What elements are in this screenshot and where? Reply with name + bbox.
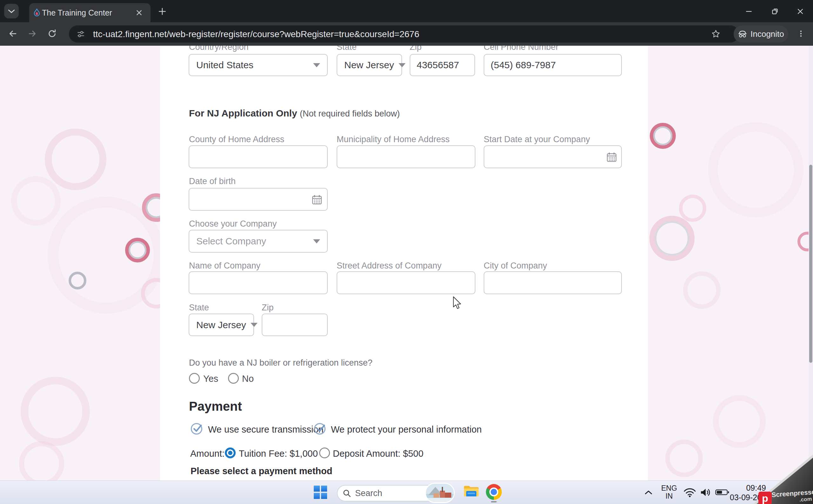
search-placeholder: Search: [355, 488, 382, 498]
chevron-up-icon: [645, 490, 652, 495]
company-street-label: Street Address of Company: [336, 261, 442, 270]
amount-label: Amount:: [190, 448, 224, 459]
screen: Country/Region State Zip Cell Phone Numb…: [0, 0, 813, 504]
tray-chevron-button[interactable]: [645, 481, 652, 504]
chevron-down-icon: [250, 323, 257, 327]
nj-section-subtitle: (Not required fields below): [300, 109, 400, 118]
active-tab[interactable]: The Training Center: [29, 3, 150, 22]
start-date-input[interactable]: [484, 145, 622, 168]
company-street-input[interactable]: [336, 271, 476, 294]
company-name-input[interactable]: [189, 271, 328, 294]
url-text: ttc-uat2.fingent.net/web-register/regist…: [93, 29, 419, 39]
window-close-button[interactable]: [793, 4, 807, 18]
clock-time: 09:49: [708, 483, 766, 493]
company-state-value: New Jersey: [196, 320, 246, 330]
browser-chrome: The Training Center: [0, 0, 813, 46]
municipality-input[interactable]: [336, 145, 476, 168]
new-tab-icon[interactable]: [158, 7, 166, 16]
chevron-down-icon: [313, 63, 320, 67]
chrome-icon: [486, 484, 502, 500]
state-select[interactable]: New Jersey: [336, 54, 402, 76]
screenpresso-text: Screenpresso .com: [771, 488, 812, 504]
scrollbar-track[interactable]: [809, 46, 813, 481]
window-restore-button[interactable]: [768, 4, 782, 18]
country-select[interactable]: United States: [189, 54, 328, 76]
license-question: Do you have a NJ boiler or refrigeration…: [189, 358, 372, 368]
three-dot-menu-icon: [797, 30, 805, 38]
language-line-2: IN: [661, 492, 677, 500]
chevron-down-icon: [8, 9, 15, 13]
select-payment-method-text: Please select a payment method: [190, 466, 332, 476]
incognito-icon: [738, 30, 747, 38]
scrollbar-thumb[interactable]: [809, 165, 812, 363]
secure-text-2: We protect your personal information: [331, 424, 482, 435]
search-icon: [343, 489, 351, 498]
license-no-radio[interactable]: [228, 373, 239, 384]
wifi-icon: [683, 487, 696, 497]
company-select[interactable]: Select Company: [189, 230, 328, 253]
dob-label: Date of birth: [189, 176, 236, 186]
tab-search-button[interactable]: [4, 4, 19, 18]
incognito-badge: Incognito: [734, 25, 788, 43]
deposit-option-label[interactable]: Deposit Amount: $500: [333, 448, 423, 459]
county-label: County of Home Address: [189, 135, 284, 144]
search-highlight-widget[interactable]: [425, 483, 455, 503]
deposit-radio[interactable]: [319, 448, 330, 458]
reload-icon: [47, 29, 57, 38]
license-yes-label[interactable]: Yes: [203, 373, 218, 384]
back-icon: [8, 29, 17, 38]
municipality-label: Municipality of Home Address: [336, 135, 450, 144]
clock-date: 03-09-202: [708, 493, 766, 502]
start-button[interactable]: [314, 486, 327, 499]
site-controls-icon[interactable]: [77, 30, 85, 38]
license-yes-radio[interactable]: [189, 373, 200, 384]
incognito-label: Incognito: [750, 29, 784, 39]
tuition-option-label[interactable]: Tuition Fee: $1,000: [239, 448, 318, 459]
company-name-label: Name of Company: [189, 261, 260, 270]
county-input[interactable]: [189, 145, 328, 168]
tab-strip: The Training Center: [0, 0, 813, 22]
tuition-radio[interactable]: [225, 448, 236, 458]
chevron-down-icon: [313, 239, 320, 243]
tab-title: The Training Center: [42, 8, 112, 17]
country-value: United States: [196, 60, 253, 70]
close-icon: [796, 7, 804, 16]
restore-icon: [771, 7, 779, 16]
back-button[interactable]: [6, 27, 20, 41]
company-zip-input[interactable]: [262, 314, 328, 336]
language-line-1: ENG: [661, 484, 677, 492]
forward-icon: [28, 29, 37, 38]
language-indicator[interactable]: ENGIN: [661, 481, 677, 504]
address-bar[interactable]: ttc-uat2.fingent.net/web-register/regist…: [69, 25, 739, 43]
file-explorer-button[interactable]: [463, 484, 480, 501]
reload-button[interactable]: [45, 27, 59, 41]
site-favicon: [33, 9, 41, 17]
bookmark-star-icon[interactable]: [711, 29, 721, 39]
nj-section-title: For NJ Application Only: [189, 108, 297, 118]
company-city-input[interactable]: [484, 271, 622, 294]
calendar-icon[interactable]: [606, 151, 617, 163]
calendar-icon[interactable]: [311, 194, 323, 205]
wifi-button[interactable]: [683, 481, 696, 504]
nj-section-heading: For NJ Application Only (Not required fi…: [189, 108, 400, 119]
folder-icon: [463, 484, 480, 499]
company-state-label: State: [189, 303, 209, 312]
windows-logo-icon: [314, 486, 320, 492]
secure-text-1: We use secure transmission: [208, 424, 323, 435]
tab-close-icon[interactable]: [136, 9, 143, 16]
company-state-select[interactable]: New Jersey: [189, 314, 254, 336]
chevron-down-icon: [398, 63, 405, 67]
screenpresso-logo: p: [758, 492, 772, 504]
dob-input[interactable]: [189, 188, 328, 211]
zip-input[interactable]: [410, 54, 475, 76]
forward-button[interactable]: [25, 27, 39, 41]
browser-menu-button[interactable]: [794, 27, 808, 41]
secure-check-icon: [313, 421, 327, 435]
cell-phone-input[interactable]: [484, 54, 622, 76]
chrome-button[interactable]: [486, 484, 503, 501]
secure-check-icon: [190, 421, 204, 435]
taskbar-clock[interactable]: 09:49 03-09-202: [708, 483, 766, 502]
window-minimize-button[interactable]: [742, 4, 756, 18]
running-indicator: [491, 501, 497, 502]
license-no-label[interactable]: No: [242, 373, 254, 384]
